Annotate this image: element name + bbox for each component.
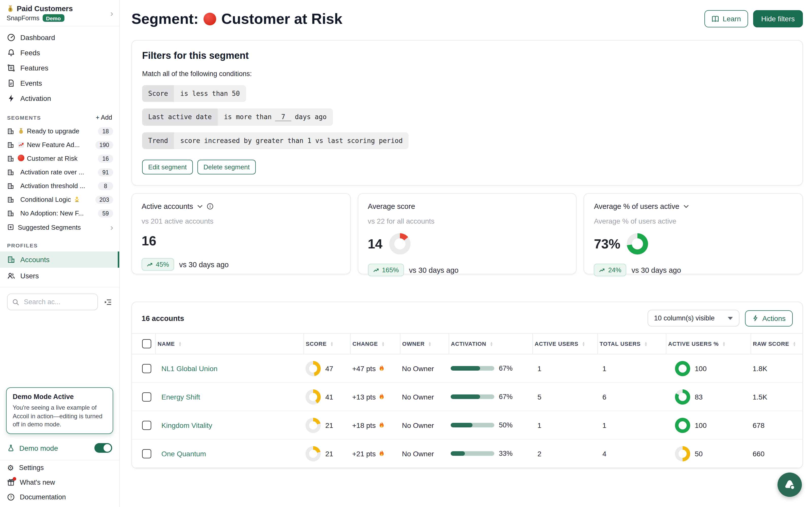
sidebar-item-feeds[interactable]: Feeds	[0, 45, 119, 60]
column-header-change[interactable]: CHANGE▲▼	[352, 341, 398, 347]
sidebar-segment-item-2[interactable]: Customer at Risk 16	[0, 152, 119, 165]
sidebar-item-dashboard[interactable]: Dashboard	[0, 30, 119, 45]
nav-label: Activation	[20, 94, 51, 102]
learn-button[interactable]: Learn	[704, 10, 748, 27]
whats-new-label: What's new	[20, 478, 55, 486]
table-row[interactable]: Kingdom Vitality 21 +18 pts No Owner 50%…	[132, 411, 803, 439]
table-row[interactable]: NL1 Global Union 47 +47 pts No Owner 67%…	[132, 354, 803, 383]
segment-label: Customer at Risk	[27, 155, 78, 162]
filter-condition-last-active[interactable]: Last active date is more than 7 days ago	[142, 109, 333, 126]
active-users-pct-value: 83	[695, 393, 703, 401]
sort-icon[interactable]: ▲▼	[428, 341, 432, 346]
workspace-switcher[interactable]: $ Paid Customers SnapForms Demo ›	[0, 0, 119, 26]
raw-score-value: 660	[753, 449, 765, 458]
add-segment-button[interactable]: + Add	[96, 114, 112, 121]
activation-bar	[451, 394, 494, 399]
sidebar-item-users[interactable]: Users	[0, 268, 119, 284]
account-name-link[interactable]: Energy Shift	[157, 393, 200, 401]
row-checkbox[interactable]	[142, 449, 151, 458]
table-row[interactable]: One Quantum 21 +21 pts No Owner 33% 2 4 …	[132, 439, 803, 468]
stat-title: Average % of users active	[594, 202, 679, 210]
accoil-chat-button[interactable]	[777, 472, 802, 497]
active-users-pct-donut	[675, 446, 690, 461]
score-value: 47	[325, 364, 333, 373]
stat-value: 16	[142, 233, 156, 249]
columns-visible-select[interactable]: 10 column(s) visible	[648, 310, 740, 327]
column-header-activation[interactable]: ACTIVATION▲▼	[451, 341, 530, 347]
actions-button[interactable]: Actions	[745, 310, 793, 326]
sidebar-item-whats-new[interactable]: What's new	[0, 475, 119, 490]
sidebar-item-suggested-segments[interactable]: Suggested Segments ›	[0, 220, 119, 234]
sort-icon[interactable]: ▲▼	[179, 341, 182, 346]
table-row[interactable]: Energy Shift 41 +13 pts No Owner 67% 5 6…	[132, 383, 803, 411]
trend-badge-value: 45%	[156, 261, 169, 268]
delete-segment-button[interactable]: Delete segment	[197, 160, 256, 174]
stat-title: Average score	[368, 202, 415, 210]
sidebar-segment-item-3[interactable]: Activation rate over ... 91	[0, 165, 119, 179]
red-circle-emoji	[204, 12, 216, 25]
sort-icon[interactable]: ▲▼	[722, 341, 726, 346]
segment-count-badge: 91	[98, 168, 113, 176]
sort-icon[interactable]: ▲▼	[382, 341, 385, 346]
sidebar-segment-item-1[interactable]: New Feature Ad... 190	[0, 138, 119, 152]
filter-condition-score[interactable]: Score is less than 50	[142, 85, 246, 102]
column-header-score[interactable]: SCORE▲▼	[306, 341, 348, 347]
row-checkbox[interactable]	[142, 392, 151, 401]
account-name-link[interactable]: Kingdom Vitality	[157, 421, 212, 429]
sidebar-segment-item-0[interactable]: Ready to upgrade 18	[0, 124, 119, 138]
stat-subtitle: vs 201 active accounts	[142, 217, 340, 225]
account-name-link[interactable]: One Quantum	[157, 449, 206, 458]
question-circle-icon: ?	[7, 493, 15, 501]
row-checkbox[interactable]	[142, 364, 151, 373]
search-input[interactable]	[23, 298, 93, 306]
column-header-active-users[interactable]: ACTIVE USERS▲▼	[535, 341, 595, 347]
profiles-header: PROFILES	[7, 242, 38, 248]
sidebar-item-features[interactable]: Features	[0, 60, 119, 75]
demo-mode-toggle[interactable]	[94, 443, 112, 453]
column-header-owner[interactable]: OWNER▲▼	[402, 341, 446, 347]
select-all-checkbox[interactable]	[142, 339, 151, 348]
column-header-active-users-pct[interactable]: ACTIVE USERS %▲▼	[668, 341, 748, 347]
users-icon	[7, 272, 15, 280]
sidebar-item-settings[interactable]: ⚙ Settings	[0, 460, 119, 475]
activation-bar	[451, 451, 494, 456]
sidebar-segment-item-4[interactable]: Activation threshold ... 8	[0, 179, 119, 193]
collapse-sidebar-icon[interactable]	[104, 298, 112, 306]
sidebar-segment-item-5[interactable]: Conditional Logic 203	[0, 193, 119, 206]
column-header-raw-score[interactable]: RAW SCORE▲▼	[753, 341, 802, 347]
change-value: +13 pts	[352, 393, 376, 401]
filter-value[interactable]: 7	[275, 113, 291, 121]
column-header-total-users[interactable]: TOTAL USERS▲▼	[600, 341, 664, 347]
fire-icon	[378, 393, 386, 400]
active-users-value: 2	[535, 449, 542, 458]
row-checkbox[interactable]	[142, 420, 151, 430]
hide-filters-button[interactable]: Hide filters	[753, 10, 803, 27]
sort-icon[interactable]: ▲▼	[644, 341, 648, 346]
sidebar-item-accounts[interactable]: Accounts	[0, 251, 119, 268]
score-value: 21	[325, 449, 333, 458]
sort-icon[interactable]: ▲▼	[490, 341, 493, 346]
actions-label: Actions	[762, 314, 785, 322]
chevron-right-icon[interactable]: ›	[110, 9, 113, 17]
fire-icon	[378, 421, 386, 429]
demo-box-title: Demo Mode Active	[13, 393, 107, 401]
sidebar-item-documentation[interactable]: ? Documentation	[0, 490, 119, 507]
sidebar-item-activation[interactable]: Activation	[0, 91, 119, 106]
chevron-down-icon[interactable]	[197, 203, 203, 209]
segment-count-badge: 18	[98, 127, 113, 135]
active-users-pct-value: 100	[695, 421, 707, 429]
sort-icon[interactable]: ▲▼	[582, 341, 586, 346]
chevron-down-icon[interactable]	[683, 203, 689, 209]
sidebar-segment-item-6[interactable]: No Adoption: New F... 59	[0, 206, 119, 220]
accounts-label: Accounts	[20, 256, 49, 264]
sort-icon[interactable]: ▲▼	[793, 341, 796, 346]
nav-label: Features	[20, 64, 48, 72]
column-header-name[interactable]: NAME▲▼	[158, 341, 301, 347]
filter-condition-trend[interactable]: Trend score increased by greater than 1 …	[142, 132, 409, 149]
segment-label: New Feature Ad...	[27, 141, 80, 149]
account-name-link[interactable]: NL1 Global Union	[157, 364, 217, 373]
sort-icon[interactable]: ▲▼	[330, 341, 334, 346]
info-icon[interactable]	[206, 203, 213, 210]
sidebar-item-events[interactable]: Events	[0, 75, 119, 91]
edit-segment-button[interactable]: Edit segment	[142, 160, 193, 174]
